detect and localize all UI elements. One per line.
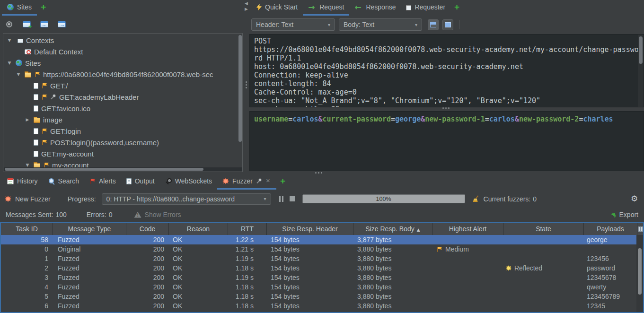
tree-item-contexts[interactable]: ▼Contexts — [3, 35, 242, 46]
request-scrollbar[interactable] — [639, 36, 643, 64]
column-header-label: Code — [140, 225, 155, 233]
expander-open-icon[interactable]: ▼ — [24, 163, 31, 167]
request-header-line: sec-ch-ua-mobile: ?0 — [254, 105, 639, 107]
workspace-tab-requester[interactable]: Requester — [401, 0, 450, 16]
full-view-button[interactable] — [442, 19, 453, 30]
scope-target-icon — [6, 21, 12, 27]
cell-rtt: 1.18 s — [228, 292, 267, 301]
workspace-tab-add[interactable]: + — [450, 0, 463, 16]
cell-highest_alert — [432, 235, 503, 244]
fuzzer-status-row: Messages Sent: 100 Errors: 0 Show Errors… — [0, 207, 644, 222]
column-config-button[interactable] — [637, 223, 644, 235]
tree-item-get[interactable]: GET:/ — [3, 80, 242, 91]
collapse-right-icon[interactable]: ▶ — [245, 7, 248, 11]
splitter-handle-icon[interactable] — [246, 81, 247, 83]
tree-item-image[interactable]: ▶image — [3, 114, 242, 125]
stop-button[interactable] — [290, 196, 295, 201]
export-button[interactable]: Export — [610, 211, 638, 218]
zap-window: Sites+ ▼ContextsDefault Context▼Sites▼ht… — [0, 0, 644, 313]
expander-open-icon[interactable]: ▼ — [15, 72, 22, 77]
full-view-icon — [445, 22, 451, 27]
header-format-select[interactable]: Header: Text ▾ — [251, 18, 335, 31]
request-splitter-handle-icon[interactable] — [442, 107, 444, 109]
collapse-left-icon[interactable]: ◀ — [245, 1, 248, 6]
cell-state — [503, 301, 584, 311]
tree-item-get-login[interactable]: GET:login — [3, 125, 242, 137]
import-context-button[interactable] — [39, 19, 49, 29]
cell-code: 200 — [126, 292, 169, 301]
clear-button[interactable] — [473, 195, 480, 202]
column-header-rtt[interactable]: RTT — [228, 223, 267, 235]
workspace-tab-quick-start[interactable]: Quick Start — [251, 0, 303, 16]
new-fuzzer-button[interactable]: New Fuzzer — [5, 195, 51, 203]
bottom-tab-websockets[interactable]: WebSockets — [160, 174, 217, 190]
tree-item-default-context[interactable]: Default Context — [3, 46, 242, 57]
column-header-state[interactable]: State — [503, 223, 584, 235]
cell-payloads: 12345678 — [584, 273, 637, 282]
cell-payloads: password — [584, 263, 637, 273]
tree-item-get-my-account[interactable]: GET:my-account — [3, 148, 242, 159]
workspace-tab-response[interactable]: Response — [349, 0, 401, 16]
bottom-tab-alerts[interactable]: Alerts — [84, 174, 121, 190]
column-header-highest-alert[interactable]: Highest Alert — [432, 223, 503, 235]
table-row[interactable]: 1Fuzzed200OK1.19 s154 bytes3,880 bytes12… — [1, 254, 643, 263]
cell-payloads — [584, 244, 637, 254]
gear-icon[interactable] — [631, 195, 639, 203]
column-header-code[interactable]: Code — [126, 223, 169, 235]
sites-tab-add[interactable]: + — [37, 0, 50, 16]
cell-message_type: Fuzzed — [53, 273, 126, 282]
tree-vertical-scrollbar[interactable] — [238, 35, 242, 142]
body-format-select[interactable]: Body: Text ▾ — [339, 18, 422, 31]
close-icon[interactable] — [265, 178, 271, 184]
tree-item-https-0a68001e04fe49bd8054f862000f0078-web-sec[interactable]: ▼https://0a68001e04fe49bd8054f862000f007… — [3, 69, 242, 80]
bottom-tab-search[interactable]: Search — [43, 174, 84, 190]
column-header-size-resp-body[interactable]: Size Resp. Body▲ — [353, 223, 432, 235]
scope-target-button[interactable] — [4, 19, 14, 29]
table-scrollbar[interactable] — [638, 248, 642, 295]
table-row[interactable]: 3Fuzzed200OK1.19 s154 bytes3,880 bytes12… — [1, 273, 643, 282]
bottom-tabbar: HistorySearchAlertsOutputWebSocketsFuzze… — [0, 174, 644, 190]
cell-state — [503, 292, 584, 301]
bottom-tab-add[interactable]: + — [276, 174, 289, 190]
table-row[interactable]: 4Fuzzed200OK1.18 s154 bytes3,880 bytesqw… — [1, 282, 643, 292]
column-header-size-resp-header[interactable]: Size Resp. Header — [267, 223, 353, 235]
tree-item-sites[interactable]: ▼Sites — [3, 57, 242, 69]
column-header-reason[interactable]: Reason — [169, 223, 228, 235]
tree-item-post-login-password-username[interactable]: POST:login()(password,username) — [3, 137, 242, 148]
cell-reason: OK — [169, 282, 228, 292]
bottom-tab-history[interactable]: History — [2, 174, 43, 190]
tree-horizontal-scrollbar[interactable] — [5, 168, 203, 171]
vertical-splitter[interactable]: ◀ ▶ — [244, 0, 249, 174]
expander-open-icon[interactable]: ▼ — [6, 61, 13, 65]
workspace-tab-request[interactable]: Request — [303, 0, 349, 16]
fuzzer-progress-bar: 100% — [302, 194, 465, 203]
split-view-button[interactable] — [428, 19, 439, 30]
table-row[interactable]: 58Fuzzed200OK1.22 s154 bytes3,877 bytesg… — [1, 235, 643, 244]
show-errors-toggle[interactable]: Show Errors — [134, 211, 181, 218]
table-row[interactable]: 2Fuzzed200OK1.18 s154 bytes3,880 bytesRe… — [1, 263, 643, 273]
sites-tab-sites[interactable]: Sites — [2, 0, 37, 16]
table-row[interactable]: 6Fuzzed200OK1.18 s154 bytes3,880 bytes12… — [1, 301, 643, 311]
bottom-tab-fuzzer[interactable]: Fuzzer — [217, 174, 276, 190]
request-header-editor[interactable]: POSThttps://0a68001e04fe49bd8054f862000f… — [249, 34, 644, 107]
request-body-editor[interactable]: username=carlos&current-password=george&… — [249, 111, 644, 171]
main-splitter-handle-icon[interactable] — [315, 172, 317, 174]
column-header-task-id[interactable]: Task ID — [1, 223, 53, 235]
column-header-message-type[interactable]: Message Type — [53, 223, 126, 235]
fuzzer-progress-select[interactable]: 0: HTTP - https://0a6800..change-passwor… — [102, 193, 271, 205]
cell-size_resp_body: 3,880 bytes — [353, 301, 432, 311]
column-header-payloads[interactable]: Payloads — [584, 223, 637, 235]
cell-task_id: 1 — [1, 254, 53, 263]
new-context-button[interactable] — [21, 19, 32, 29]
export-context-button[interactable] — [56, 19, 67, 29]
expander-closed-icon[interactable]: ▶ — [24, 117, 31, 122]
table-row[interactable]: 0Original200OK1.21 s154 bytes3,880 bytes… — [1, 244, 643, 254]
fuzzer-progress-value: 0: HTTP - https://0a6800..change-passwor… — [106, 195, 235, 203]
tree-item-get-favicon-ico[interactable]: GET:favicon.ico — [3, 103, 242, 114]
table-row[interactable]: 5Fuzzed200OK1.18 s154 bytes3,880 bytes12… — [1, 292, 643, 301]
body-token-equals: = — [391, 115, 395, 123]
expander-open-icon[interactable]: ▼ — [6, 38, 13, 43]
bottom-tab-output[interactable]: Output — [121, 174, 160, 190]
tree-item-get-academylabheader[interactable]: GET:academyLabHeader — [3, 91, 242, 103]
pause-button[interactable] — [279, 196, 284, 202]
